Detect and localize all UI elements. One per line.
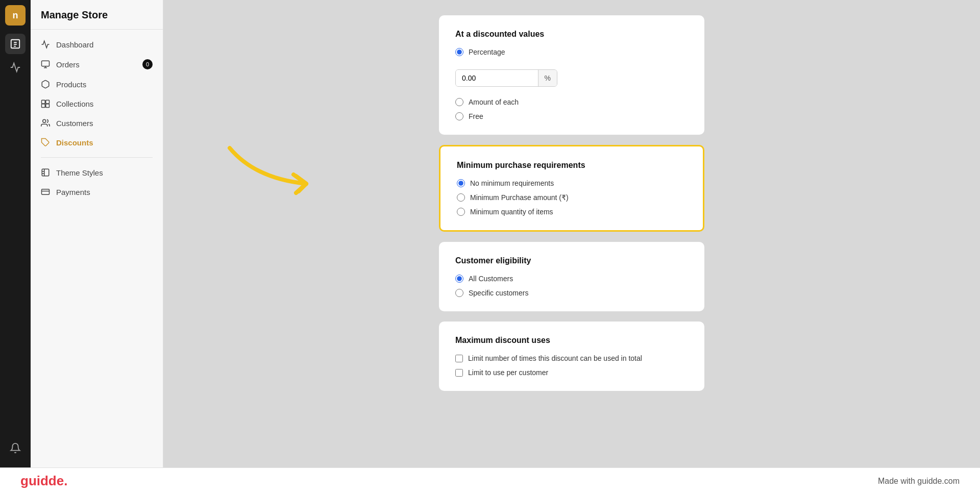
made-with-tagline: Made with guidde.com <box>878 477 960 486</box>
svg-rect-5 <box>42 104 45 108</box>
sidebar-divider <box>41 157 153 158</box>
sidebar-item-products[interactable]: Products <box>31 75 163 94</box>
all-customers-label: All Customers <box>469 275 513 283</box>
customer-eligibility-radio-group: All Customers Specific customers <box>455 275 688 297</box>
min-quantity-option[interactable]: Minimum quantity of items <box>457 208 687 216</box>
percentage-suffix: % <box>538 70 557 86</box>
max-discount-uses-card: Maximum discount uses Limit number of ti… <box>439 322 704 391</box>
discounts-icon <box>41 138 50 147</box>
percentage-input[interactable] <box>456 70 538 86</box>
no-minimum-radio[interactable] <box>457 179 465 187</box>
sidebar-item-customers[interactable]: Customers <box>31 113 163 133</box>
amount-of-each-option[interactable]: Amount of each <box>455 98 688 106</box>
discounted-values-card: At a discounted values Percentage % Amou… <box>439 15 704 135</box>
limit-per-customer-checkbox[interactable] <box>455 369 463 377</box>
amount-of-each-label: Amount of each <box>469 98 519 106</box>
min-quantity-radio[interactable] <box>457 208 465 216</box>
all-customers-option[interactable]: All Customers <box>455 275 688 283</box>
discounted-values-title: At a discounted values <box>455 30 688 39</box>
sidebar-nav: Dashboard Orders 0 Products Collections … <box>31 30 163 464</box>
sidebar-label-orders: Orders <box>56 60 80 69</box>
payments-icon <box>41 187 50 196</box>
dashboard-icon <box>41 40 50 49</box>
guidde-logo: guidde. <box>20 473 67 489</box>
sidebar-item-collections[interactable]: Collections <box>31 94 163 113</box>
sidebar-label-payments: Payments <box>56 188 90 196</box>
app-logo[interactable]: n <box>5 5 26 26</box>
limit-per-customer-label: Limit to use per customer <box>468 368 548 377</box>
sidebar-label-collections: Collections <box>56 100 93 108</box>
free-radio[interactable] <box>455 112 463 120</box>
sidebar-item-dashboard[interactable]: Dashboard <box>31 35 163 54</box>
min-purchase-title: Minimum purchase requirements <box>457 161 687 170</box>
theme-icon <box>41 168 50 177</box>
customer-eligibility-card: Customer eligibility All Customers Speci… <box>439 242 704 311</box>
discounted-values-radio-group: Percentage % Amount of each Free <box>455 48 688 120</box>
svg-rect-9 <box>42 169 49 176</box>
sidebar-label-products: Products <box>56 80 86 89</box>
sidebar-label-theme-styles: Theme Styles <box>56 168 103 177</box>
notifications-rail-icon[interactable] <box>5 438 26 458</box>
arrow-annotation <box>214 138 378 221</box>
percentage-label: Percentage <box>469 48 505 56</box>
sidebar-label-discounts: Discounts <box>56 138 93 147</box>
svg-rect-10 <box>42 189 50 195</box>
percentage-option[interactable]: Percentage <box>455 48 688 56</box>
main-content: At a discounted values Percentage % Amou… <box>163 0 980 494</box>
limit-total-option[interactable]: Limit number of times this discount can … <box>455 354 688 362</box>
icon-rail: n <box>0 0 31 494</box>
min-purchase-amount-option[interactable]: Minimum Purchase amount (₹) <box>457 193 687 202</box>
limit-total-label: Limit number of times this discount can … <box>468 354 642 362</box>
analytics-rail-icon[interactable] <box>5 57 26 78</box>
max-discount-uses-title: Maximum discount uses <box>455 336 688 345</box>
specific-customers-label: Specific customers <box>469 289 528 297</box>
svg-rect-6 <box>46 104 50 108</box>
amount-radio[interactable] <box>455 98 463 106</box>
sidebar-item-orders[interactable]: Orders 0 <box>31 54 163 75</box>
percentage-radio[interactable] <box>455 48 463 56</box>
orders-icon <box>41 60 50 69</box>
limit-per-customer-option[interactable]: Limit to use per customer <box>455 368 688 377</box>
no-minimum-label: No minimum requirements <box>470 179 554 187</box>
products-icon <box>41 80 50 89</box>
sidebar-item-theme-styles[interactable]: Theme Styles <box>31 163 163 182</box>
sidebar: Manage Store Dashboard Orders 0 Products… <box>31 0 163 494</box>
bottom-bar: guidde. Made with guidde.com <box>0 467 980 494</box>
svg-rect-2 <box>42 61 50 66</box>
svg-rect-3 <box>42 100 45 104</box>
limit-total-checkbox[interactable] <box>455 355 463 362</box>
all-customers-radio[interactable] <box>455 275 463 283</box>
svg-rect-4 <box>46 100 50 104</box>
no-minimum-option[interactable]: No minimum requirements <box>457 179 687 187</box>
min-purchase-radio[interactable] <box>457 193 465 202</box>
percentage-input-row: % <box>455 69 557 87</box>
sidebar-item-payments[interactable]: Payments <box>31 182 163 202</box>
min-purchase-card: Minimum purchase requirements No minimum… <box>439 145 704 232</box>
svg-point-7 <box>43 119 46 122</box>
free-label: Free <box>469 112 483 120</box>
store-rail-icon[interactable] <box>5 34 26 54</box>
min-purchase-radio-group: No minimum requirements Minimum Purchase… <box>457 179 687 216</box>
sidebar-item-discounts[interactable]: Discounts <box>31 133 163 152</box>
sidebar-label-dashboard: Dashboard <box>56 40 93 49</box>
max-discount-checkbox-group: Limit number of times this discount can … <box>455 354 688 377</box>
collections-icon <box>41 99 50 108</box>
customers-icon <box>41 118 50 128</box>
specific-customers-option[interactable]: Specific customers <box>455 289 688 297</box>
specific-customers-radio[interactable] <box>455 289 463 297</box>
sidebar-title: Manage Store <box>31 0 163 30</box>
orders-badge: 0 <box>142 59 153 69</box>
sidebar-label-customers: Customers <box>56 119 93 128</box>
free-option[interactable]: Free <box>455 112 688 120</box>
min-purchase-label: Minimum Purchase amount (₹) <box>470 193 569 202</box>
customer-eligibility-title: Customer eligibility <box>455 256 688 265</box>
min-quantity-label: Minimum quantity of items <box>470 208 553 216</box>
